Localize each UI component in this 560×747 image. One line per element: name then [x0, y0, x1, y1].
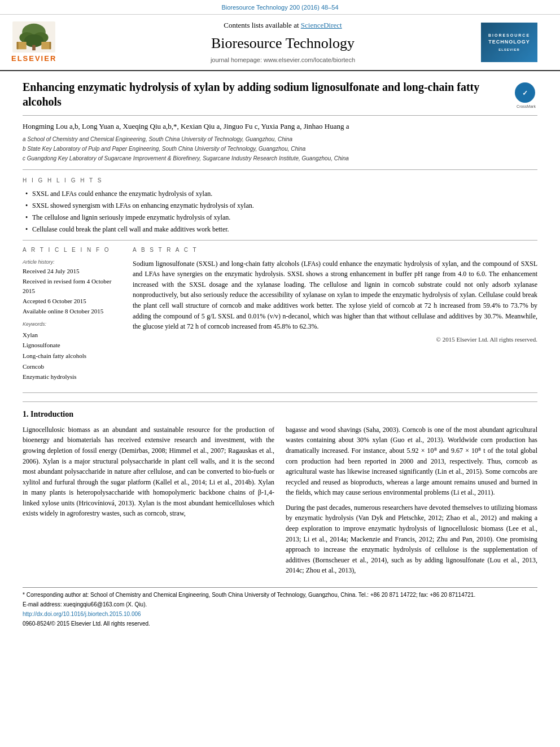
intro-col-1: Lignocellulosic biomass as an abundant a… [23, 425, 274, 580]
keywords-group: Keywords: Xylan Lignosulfonate Long-chai… [23, 321, 121, 382]
science-direct-link[interactable]: ScienceDirect [301, 21, 342, 29]
highlight-item-1: SXSL and LFAs could enhance the enzymati… [25, 189, 537, 199]
article-title-section: Enhancing enzymatic hydrolysis of xylan … [23, 80, 537, 116]
abstract-text: Sodium lignosulfonate (SXSL) and long-ch… [133, 259, 537, 332]
svg-rect-7 [17, 42, 19, 49]
info-abstract-columns: A R T I C L E I N F O Article history: R… [23, 246, 537, 387]
highlight-item-4: Cellulase could break the plant cell wal… [25, 225, 537, 234]
elsevier-name: ELSEVIER [11, 54, 56, 64]
highlights-section: H I G H L I G H T S SXSL and LFAs could … [23, 177, 537, 234]
article-info-label: A R T I C L E I N F O [23, 246, 121, 254]
keywords-label: Keywords: [23, 321, 121, 328]
crossmark-badge: ✓ CrossMark [515, 82, 537, 110]
highlight-item-2: SXSL showed synergism with LFAs on enhan… [25, 201, 537, 211]
keyword-5: Enzymatic hydrolysis [23, 372, 121, 382]
top-bar: Bioresource Technology 200 (2016) 48–54 [0, 0, 560, 15]
divider-2 [23, 240, 537, 241]
svg-rect-5 [32, 45, 36, 50]
bioresource-logo: BIORESOURCE TECHNOLOGY ELSEVIER [481, 23, 537, 62]
tree-icon [11, 21, 56, 53]
page-container: Bioresource Technology 200 (2016) 48–54 [0, 0, 560, 747]
doi-note: http://dx.doi.org/10.1016/j.biortech.201… [23, 610, 537, 618]
journal-title: Bioresource Technology [90, 33, 475, 54]
article-info-section: A R T I C L E I N F O Article history: R… [23, 246, 121, 387]
content-area: Enhancing enzymatic hydrolysis of xylan … [0, 71, 560, 635]
keywords-list: Xylan Lignosulfonate Long-chain fatty al… [23, 330, 121, 382]
intro-columns: Lignocellulosic biomass as an abundant a… [23, 425, 537, 580]
divider-1 [23, 169, 537, 170]
crossmark-label: CrossMark [515, 104, 537, 110]
bio-logo-line1: BIORESOURCE [488, 33, 530, 38]
affiliations: a School of Chemistry and Chemical Engin… [23, 135, 537, 163]
keyword-2: Lignosulfonate [23, 340, 121, 351]
crossmark-icon: ✓ [515, 82, 535, 103]
footnote-area: * Corresponding author at: School of Che… [23, 587, 537, 628]
journal-homepage: journal homepage: www.elsevier.com/locat… [90, 56, 475, 64]
highlights-label: H I G H L I G H T S [23, 177, 537, 185]
history-label: Article history: [23, 259, 121, 266]
contents-list-text: Contents lists available at [224, 21, 300, 29]
article-history: Article history: Received 24 July 2015 R… [23, 259, 121, 317]
affiliation-c: c Guangdong Key Laboratory of Sugarcane … [23, 154, 537, 163]
bio-logo-subtitle: ELSEVIER [498, 47, 520, 52]
issn-note: 0960-8524/© 2015 Elsevier Ltd. All right… [23, 620, 537, 628]
abstract-label: A B S T R A C T [133, 246, 537, 254]
authors-line: Hongming Lou a,b, Long Yuan a, Xueqing Q… [23, 121, 537, 132]
divider-3 [23, 392, 537, 393]
journal-ref: Bioresource Technology 200 (2016) 48–54 [221, 4, 338, 11]
article-title: Enhancing enzymatic hydrolysis of xylan … [23, 80, 506, 109]
highlight-item-3: The cellulose and lignin seriously imped… [25, 213, 537, 222]
keyword-1: Xylan [23, 330, 121, 340]
highlights-list: SXSL and LFAs could enhance the enzymati… [23, 189, 537, 234]
svg-rect-9 [50, 42, 51, 49]
introduction-section: 1. Introduction Lignocellulosic biomass … [23, 401, 537, 580]
intro-col-2: bagasse and wood shavings (Saha, 2003). … [286, 425, 537, 580]
keyword-3: Long-chain fatty alcohols [23, 351, 121, 361]
affiliation-b: b State Key Laboratory of Pulp and Paper… [23, 145, 537, 153]
bio-logo-line2: TECHNOLOGY [488, 38, 530, 46]
intro-para-1: Lignocellulosic biomass as an abundant a… [23, 425, 274, 519]
keyword-4: Corncob [23, 361, 121, 372]
journal-header-center: Contents lists available at ScienceDirec… [85, 20, 481, 64]
intro-para-3: During the past decades, numerous resear… [286, 503, 537, 576]
received-date: Received 24 July 2015 Received in revise… [23, 267, 121, 316]
intro-para-2: bagasse and wood shavings (Saha, 2003). … [286, 425, 537, 498]
affiliation-a: a School of Chemistry and Chemical Engin… [23, 135, 537, 143]
bioresource-logo-area: BIORESOURCE TECHNOLOGY ELSEVIER [481, 23, 543, 62]
science-direct-text: Contents lists available at ScienceDirec… [90, 20, 475, 30]
elsevier-logo: ELSEVIER [11, 21, 56, 64]
abstract-section: A B S T R A C T Sodium lignosulfonate (S… [133, 246, 537, 387]
svg-text:✓: ✓ [522, 89, 528, 97]
elsevier-logo-area: ELSEVIER [11, 21, 85, 64]
authors-text: Hongming Lou a,b, Long Yuan a, Xueqing Q… [23, 122, 349, 130]
journal-header: ELSEVIER Contents lists available at Sci… [0, 15, 560, 71]
corresponding-note: * Corresponding author at: School of Che… [23, 591, 537, 599]
doi-link[interactable]: http://dx.doi.org/10.1016/j.biortech.201… [23, 611, 141, 617]
email-note: E-mail address: xueqingqiu66@163.com (X.… [23, 601, 537, 609]
intro-heading: 1. Introduction [23, 409, 537, 420]
copyright-line: © 2015 Elsevier Ltd. All rights reserved… [133, 335, 537, 344]
